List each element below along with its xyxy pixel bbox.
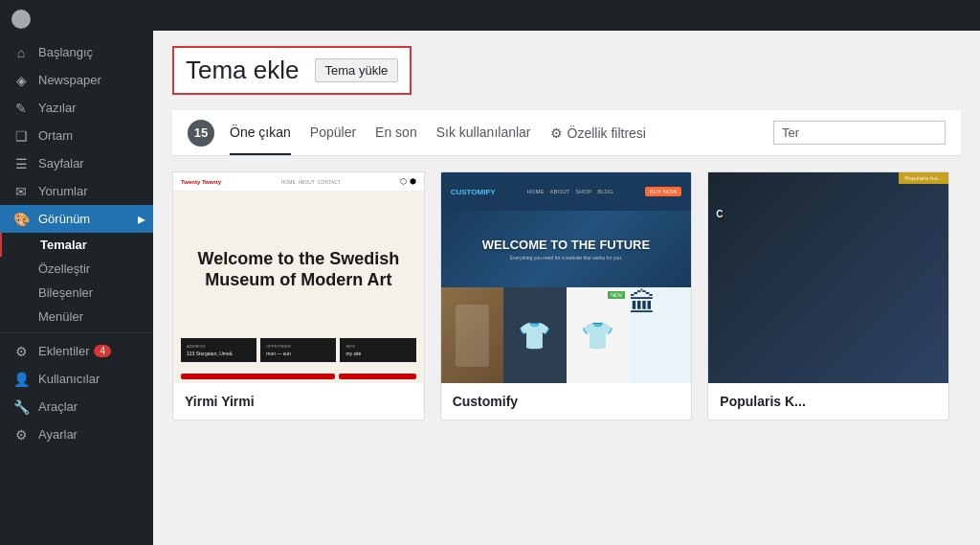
sidebar-label-gorunum: Görünüm	[38, 212, 90, 226]
theme-card-customify[interactable]: CUSTOMIFY HOME ABOUT SHOP BLOG BUY NOW	[440, 171, 693, 420]
gorunum-submenu: Temalar Özelleştir Bileşenler Menüler	[0, 233, 153, 329]
theme-info-popularis: Popularis K...	[708, 383, 948, 420]
tab-sik-kullanilanlar[interactable]: Sık kullanılanlar	[436, 111, 531, 155]
sidebar-item-baslangic[interactable]: ⌂ Başlangıç	[0, 38, 153, 66]
plugins-icon: ⚙	[11, 345, 31, 358]
chevron-right-icon: ▸	[138, 210, 145, 228]
appearance-icon: 🎨	[11, 213, 31, 226]
wp-logo-icon	[11, 10, 31, 29]
sidebar-label-newspaper: Newspaper	[38, 73, 101, 87]
sidebar-label-kullanicilar: Kullanıcılar	[38, 372, 100, 386]
sidebar-item-ortam[interactable]: ❑ Ortam	[0, 122, 153, 149]
page-header: Tema ekle Tema yükle	[172, 46, 412, 95]
filter-bar: 15 Öne çıkan Popüler En son Sık kullanıl…	[172, 110, 961, 156]
plugins-badge: 4	[94, 345, 111, 357]
sidebar-label-ortam: Ortam	[38, 128, 73, 143]
admin-bar	[153, 0, 980, 31]
settings-icon: ⚙	[11, 428, 31, 442]
gear-icon: ⚙	[550, 125, 563, 141]
sidebar: ⌂ Başlangıç ◈ Newspaper ✎ Yazılar ❑ Orta…	[0, 0, 153, 545]
tt-main-title: Welcome to the Swedish Museum of Modern …	[189, 249, 409, 290]
page-title: Tema ekle	[186, 56, 300, 85]
sidebar-label-yazilar: Yazılar	[38, 101, 77, 115]
theme-name-twentytwenty: Yirmi Yirmi	[185, 394, 255, 409]
feature-filter-button[interactable]: ⚙ Özellik filtresi	[550, 125, 646, 141]
theme-grid: Twenty Twenty HOME ABOUT CONTACT ⬡ ⬢ Wel…	[172, 171, 961, 420]
tab-en-son[interactable]: En son	[375, 111, 417, 155]
sidebar-label-araclar: Araçlar	[38, 399, 78, 414]
theme-card-popularis[interactable]: Popularis hız... C Popularis K...	[707, 171, 949, 420]
sidebar-label-ayarlar: Ayarlar	[38, 427, 78, 442]
sidebar-sub-menuler[interactable]: Menüler	[0, 305, 153, 329]
comments-icon: ✉	[11, 185, 31, 198]
theme-preview-popularis: Popularis hız... C	[708, 172, 948, 383]
sidebar-label-yorumlar: Yorumlar	[38, 184, 88, 198]
theme-search-input[interactable]	[773, 121, 946, 145]
sidebar-label-sayfalar: Sayfalar	[38, 156, 84, 170]
media-icon: ❑	[11, 129, 31, 143]
theme-info-twentytwenty: Yirmi Yirmi	[173, 383, 424, 420]
tab-populer[interactable]: Popüler	[310, 111, 356, 155]
sidebar-item-yorumlar[interactable]: ✉ Yorumlar	[0, 177, 153, 205]
sidebar-label-eklentiler: Eklentiler	[38, 344, 89, 358]
users-icon: 👤	[11, 373, 31, 386]
tab-one-cikan[interactable]: Öne çıkan	[230, 111, 291, 155]
sidebar-item-kullanicilar[interactable]: 👤 Kullanıcılar	[0, 365, 153, 393]
theme-name-popularis: Popularis K...	[720, 394, 805, 409]
tools-icon: 🔧	[11, 400, 31, 414]
sidebar-item-ayarlar[interactable]: ⚙ Ayarlar	[0, 420, 153, 448]
sidebar-item-eklentiler[interactable]: ⚙ Eklentiler 4	[0, 337, 153, 365]
sidebar-divider	[0, 332, 153, 333]
sidebar-sub-temalar[interactable]: Temalar	[0, 233, 153, 257]
theme-preview-twentytwenty: Twenty Twenty HOME ABOUT CONTACT ⬡ ⬢ Wel…	[173, 172, 424, 383]
admin-logo	[0, 0, 153, 38]
main-content: Tema ekle Tema yükle 15 Öne çıkan Popüle…	[153, 0, 980, 545]
sidebar-item-gorunum[interactable]: 🎨 Görünüm ▸	[0, 205, 153, 233]
sidebar-item-sayfalar[interactable]: ☰ Sayfalar	[0, 149, 153, 177]
theme-card-twentytwenty[interactable]: Twenty Twenty HOME ABOUT CONTACT ⬡ ⬢ Wel…	[172, 171, 425, 420]
theme-count-badge: 15	[188, 120, 214, 147]
tema-yukle-button[interactable]: Tema yükle	[315, 58, 399, 82]
sidebar-sub-ozellestir[interactable]: Özelleştir	[0, 257, 153, 281]
home-icon: ⌂	[11, 46, 31, 59]
pages-icon: ☰	[11, 157, 31, 170]
sidebar-item-newspaper[interactable]: ◈ Newspaper	[0, 66, 153, 94]
theme-info-customify: Customify	[441, 383, 692, 420]
cf-new-product: 👕 NEW	[567, 287, 629, 383]
theme-preview-customify: CUSTOMIFY HOME ABOUT SHOP BLOG BUY NOW	[441, 172, 692, 383]
sidebar-sub-bilsenler[interactable]: Bileşenler	[0, 281, 153, 305]
sidebar-item-yazilar[interactable]: ✎ Yazılar	[0, 94, 153, 122]
theme-name-customify: Customify	[453, 394, 518, 409]
sidebar-label-baslangic: Başlangıç	[38, 45, 93, 59]
content-area: Tema ekle Tema yükle 15 Öne çıkan Popüle…	[153, 31, 980, 545]
posts-icon: ✎	[11, 102, 31, 115]
newspaper-icon: ◈	[11, 74, 31, 87]
sidebar-item-araclar[interactable]: 🔧 Araçlar	[0, 393, 153, 420]
tt-topbar: Twenty Twenty HOME ABOUT CONTACT ⬡ ⬢	[173, 172, 424, 192]
